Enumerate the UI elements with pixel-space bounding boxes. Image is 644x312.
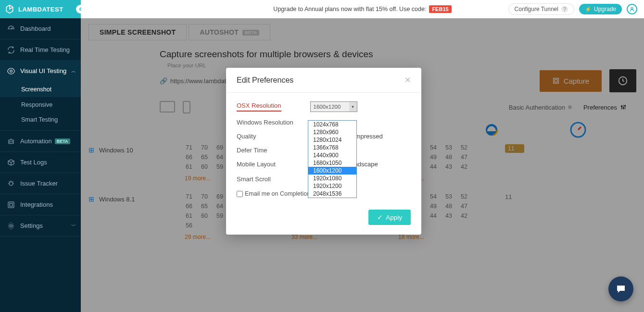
beta-badge: BETA — [55, 138, 70, 144]
brand-text: LAMBDATEST — [18, 6, 63, 13]
sidebar-item-testlogs[interactable]: Test Logs — [0, 152, 81, 173]
box-icon — [7, 158, 15, 167]
resolution-option[interactable]: 1366x768 — [308, 144, 356, 151]
select-arrow-icon: ▼ — [349, 102, 357, 112]
gauge-icon — [7, 25, 15, 33]
pref-smart-scroll[interactable]: Smart Scroll — [237, 175, 309, 183]
chevron-down-icon: ﹀ — [71, 223, 76, 229]
sidebar-collapse-icon[interactable] — [76, 5, 85, 13]
svg-rect-12 — [8, 202, 14, 208]
topbar: Upgrade to Annual plans now with flat 15… — [81, 0, 644, 18]
resolution-option[interactable]: 1280x960 — [308, 128, 356, 136]
pref-quality[interactable]: Quality — [237, 133, 309, 140]
bolt-icon: ⚡ — [585, 6, 592, 12]
apply-button[interactable]: ✓ Apply — [368, 210, 411, 225]
svg-point-4 — [12, 141, 13, 142]
chat-icon — [615, 283, 627, 295]
sidebar: LAMBDATEST Dashboard Real Time Testing V… — [0, 0, 81, 312]
resolution-option[interactable]: 1920x1200 — [308, 182, 356, 190]
sidebar-item-automation[interactable]: Automation BETA — [0, 131, 81, 152]
refresh-icon — [7, 46, 15, 54]
check-icon: ✓ — [377, 213, 383, 221]
logo-bar: LAMBDATEST — [0, 0, 81, 18]
resolution-option[interactable]: 1680x1050 — [308, 159, 356, 167]
osx-resolution-select[interactable]: 1600x1200 ▼ — [310, 101, 357, 112]
svg-point-15 — [631, 7, 633, 9]
sidebar-sub-smart[interactable]: Smart Testing — [0, 112, 81, 131]
sidebar-item-visual-ui[interactable]: Visual UI Testing ︿ — [0, 61, 81, 82]
eye-icon — [7, 67, 15, 75]
pref-windows-resolution[interactable]: Windows Resolution — [237, 119, 309, 126]
pref-mobile-layout[interactable]: Mobile Layout — [237, 161, 309, 168]
promo-text: Upgrade to Annual plans now with flat 15… — [273, 6, 426, 12]
sidebar-item-settings[interactable]: Settings ﹀ — [0, 215, 81, 237]
pref-osx-resolution[interactable]: OSX Resolution — [237, 102, 281, 112]
sidebar-sub-screenshot[interactable]: Screenshot — [0, 82, 81, 97]
avatar[interactable] — [627, 4, 637, 14]
robot-icon — [7, 137, 15, 146]
resolution-option[interactable]: 1600x1200 — [308, 167, 356, 175]
svg-point-6 — [9, 182, 13, 186]
resolution-dropdown: 1024x7681280x9601280x10241366x7681440x90… — [308, 120, 357, 198]
svg-line-10 — [9, 181, 10, 182]
close-icon[interactable]: ✕ — [404, 75, 411, 85]
layers-icon — [7, 200, 15, 209]
sidebar-item-issue[interactable]: Issue Tracker — [0, 173, 81, 194]
modal-title: Edit Preferences — [237, 76, 293, 85]
sidebar-sub-responsive[interactable]: Responsive — [0, 97, 81, 112]
bug-icon — [7, 179, 15, 188]
upgrade-button[interactable]: ⚡ Upgrade — [579, 4, 622, 14]
svg-point-14 — [10, 225, 13, 227]
chevron-up-icon: ︿ — [71, 68, 76, 75]
svg-line-11 — [13, 181, 13, 182]
resolution-option[interactable]: 1440x900 — [308, 151, 356, 159]
resolution-option[interactable]: 1024x768 — [308, 121, 356, 128]
help-icon: ? — [561, 6, 568, 12]
resolution-option[interactable]: 1920x1080 — [308, 175, 356, 182]
svg-point-3 — [10, 141, 11, 142]
svg-point-1 — [10, 70, 13, 72]
promo-code-badge: FEB15 — [429, 5, 451, 13]
sidebar-item-integrations[interactable]: Integrations — [0, 194, 81, 215]
resolution-option[interactable]: 1280x1024 — [308, 136, 356, 144]
svg-rect-13 — [10, 203, 13, 206]
gear-icon — [7, 222, 15, 230]
logo-icon — [5, 4, 14, 14]
configure-tunnel-button[interactable]: Configure Tunnel ? — [508, 3, 574, 15]
sidebar-item-realtime[interactable]: Real Time Testing — [0, 39, 81, 61]
chat-fab[interactable] — [608, 276, 633, 301]
sidebar-item-dashboard[interactable]: Dashboard — [0, 18, 81, 39]
resolution-option[interactable]: 2048x1536 — [308, 190, 356, 198]
pref-defer-time[interactable]: Defer Time — [237, 147, 309, 154]
